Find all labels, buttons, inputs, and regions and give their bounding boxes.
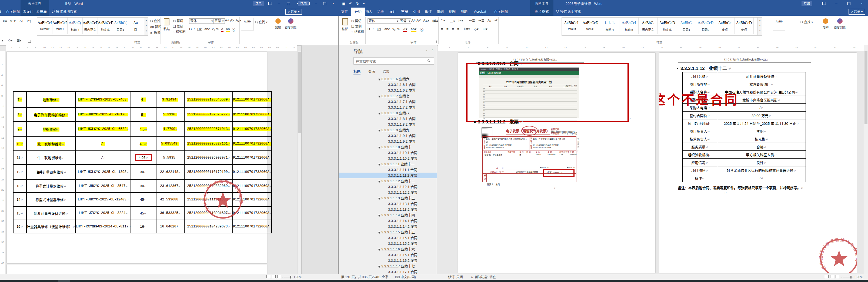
nav-item-3.3.3.1.1.14.2[interactable]: 3.3.3.1.1.14.2 发票 [339, 224, 437, 229]
page-indicator[interactable]: 第 191 页，共 336 页 [341, 274, 372, 280]
table-cell[interactable]: 签约合同价 [683, 112, 717, 119]
strikethrough-icon[interactable]: abc [384, 27, 390, 31]
nav-item-3.3.3.1.1.12.1[interactable]: 3.3.3.1.1.12.1 合同 [339, 184, 437, 190]
table-cell[interactable]: 油井计量设备维修 [717, 72, 806, 80]
left-vertical-ruler[interactable]: 246810121416182022242628303234363840 [0, 51, 6, 274]
font-dialog-launcher[interactable] [236, 40, 238, 43]
nav-item-3.3.3.1.1.11[interactable]: 3.3.3.1.1.11 业绩十一 [339, 161, 437, 167]
nav-item-3.3.3.1.1.11.1[interactable]: 3.3.3.1.1.11.1 合同 [339, 167, 437, 173]
align-left-icon[interactable]: ≡ [441, 27, 443, 31]
table-cell[interactable]: 30.00 万元 [717, 112, 806, 119]
tab-设计[interactable]: 设计 [389, 7, 396, 15]
nav-item-3.3.3.1.1.8[interactable]: 3.3.3.1.1.8 业绩八 [339, 110, 437, 116]
font-dialog-launcher[interactable] [434, 40, 437, 43]
font-size-combo[interactable]: 五号▾ [214, 19, 225, 24]
taskbar-active-app[interactable] [58, 280, 70, 282]
styles-mini-gallery[interactable]: AaBb [241, 18, 253, 31]
bullets-icon[interactable]: ∷▾ [441, 19, 445, 23]
table-cell[interactable]: 45 [131, 207, 156, 220]
right-minimize-button[interactable]: – [832, 0, 841, 7]
table-cell[interactable]: 项目描述 [683, 166, 717, 174]
table-cell[interactable]: 9 [13, 122, 27, 137]
table-cell[interactable]: 42.533688 [156, 193, 184, 207]
cut-button[interactable]: ✄ 剪切 [173, 19, 183, 23]
table-cell[interactable]: 翻斗计量等设备维修 [27, 207, 75, 220]
nav-item-3.3.3.1.1.14.1[interactable]: 3.3.3.1.1.14.1 合同 [339, 218, 437, 224]
table-cell[interactable]: / [75, 151, 130, 164]
tab-插入[interactable]: 插入 [365, 7, 372, 15]
table-cell[interactable]: 4.95 [131, 151, 156, 164]
table-cell[interactable]: 5 [131, 107, 156, 122]
align-center-icon[interactable]: ≡ [446, 27, 448, 31]
table-cell[interactable]: 对各采油作业区运行的故障称重计量器维修 [717, 166, 806, 174]
show-marks-icon[interactable]: ↵¶ [27, 19, 31, 23]
table-cell[interactable]: 称重式计量器维修 [27, 179, 75, 193]
table-cell[interactable]: / [717, 174, 806, 182]
indent-icon[interactable]: ⇥≣ [2, 19, 7, 23]
table-cell[interactable]: 4.8 [131, 137, 156, 151]
nav-item-3.3.3.1.1.15.1[interactable]: 3.3.3.1.1.15.1 合同 [339, 235, 437, 241]
table-cell[interactable]: 组织验收机构 [683, 151, 717, 159]
nav-search-box[interactable]: 在文档中搜索 [353, 57, 434, 65]
table-cell[interactable]: 李明 [717, 127, 806, 135]
italic-icon[interactable]: I [372, 27, 373, 31]
nav-item-3.3.3.1.1.7.2[interactable]: 3.3.3.1.1.7.2 发票 [339, 104, 437, 110]
sort-icon[interactable]: A↓ [20, 19, 24, 23]
table-cell[interactable]: 10 [13, 137, 27, 151]
table-cell[interactable]: 龙一联地秤维修 [27, 137, 75, 151]
format-painter-button[interactable]: ⌁ 格式刷 [351, 29, 364, 34]
table-cell[interactable]: LHYT-HXLCYC-2025-CL-6532 [75, 122, 130, 137]
right-page-2[interactable]: 辽宁辽河兴东高新技术有限公司 3.3.3.1.1.12 业绩十二 项目名称油井计… [659, 53, 857, 273]
table-cell[interactable]: 5.095549 [156, 137, 184, 151]
left-minimize-button[interactable]: – [275, 0, 284, 7]
right-ribbon-options-icon[interactable] [819, 0, 829, 7]
table-cell[interactable]: 25212000000096003071 [184, 151, 233, 164]
tab-开始[interactable]: 开始 [351, 7, 365, 15]
mid-ribbon-options-icon[interactable] [303, 0, 312, 7]
table-cell[interactable]: LHYT-TZYKFGS-2025-CL-463 [75, 92, 130, 107]
cut-button[interactable]: ✄ 剪切 [351, 19, 361, 23]
nav-item-3.3.3.1.1.10.2[interactable]: 3.3.3.1.1.10.2 发票 [339, 156, 437, 161]
nav-item-3.3.3.1.1.16.2[interactable]: 3.3.3.1.1.16.2 发票 [339, 258, 437, 263]
table-cell[interactable]: 地衡维修 [27, 122, 75, 137]
sort-icon[interactable]: A↓ [488, 19, 492, 23]
table-cell[interactable]: 30 [131, 164, 156, 179]
table-cell[interactable]: 称重式计量器维修 [27, 193, 75, 207]
mid-restore-button[interactable] [320, 0, 329, 7]
replace-button[interactable]: ab 替换 [150, 24, 161, 29]
format-painter-button[interactable]: ⌁ 格式刷 [173, 29, 186, 34]
font-color-icon[interactable]: A [221, 27, 223, 32]
nav-item-3.3.3.1.1.13[interactable]: 3.3.3.1.1.13 业绩十三 [339, 195, 437, 201]
table-cell[interactable]: LHYT-HXLCYC-2025-CL-1398 [75, 164, 130, 179]
left-tab-table-design[interactable]: 表设计 [23, 7, 33, 15]
nav-item-3.3.3.1.1.13.2[interactable]: 3.3.3.1.1.13.2 发票 [339, 207, 437, 212]
styles-gallery-scroll[interactable]: ▴▾▾ [758, 17, 762, 36]
right-restore-button[interactable] [844, 0, 854, 7]
table-cell[interactable]: 22.622148 [156, 164, 184, 179]
change-case-icon[interactable]: Aa▾ [423, 19, 429, 23]
nav-item-3.3.3.1.1.17[interactable]: 3.3.3.1.1.17 业绩十七 [339, 263, 437, 269]
style-item-Default[interactable]: AaBbCcIDefault [37, 18, 53, 34]
right-zoom-thumb[interactable] [850, 276, 851, 279]
table-cell[interactable]: 91211100701732060A [233, 151, 272, 164]
table-cell[interactable]: 14 [13, 193, 27, 207]
table-cell[interactable]: LHYT-JHCYC-2025-CL-12403 [75, 193, 130, 207]
table-cell[interactable]: LHYT-RXYQKFGS-2024-CL-8117 [75, 220, 130, 233]
nav-item-3.3.3.1.1.10[interactable]: 3.3.3.1.1.10 业绩十 [339, 144, 437, 150]
left-page-2-sliver[interactable] [7, 264, 267, 274]
table-cell[interactable]: 25212000000095827161 [184, 137, 233, 151]
word-count[interactable]: 22481 个字 [372, 274, 388, 280]
tab-绘图[interactable]: 绘图 [377, 7, 384, 15]
increase-indent-icon[interactable]: ⇥≣ [478, 19, 484, 23]
table-cell[interactable]: 23.612367 [156, 179, 184, 193]
nav-item-3.3.3.1.1.9.2[interactable]: 3.3.3.1.1.9.2 发票 [339, 138, 437, 144]
table-cell[interactable]: 甲方相关科室人员 [717, 151, 806, 159]
encrypt-plugin-button[interactable]: 加密 [820, 19, 831, 30]
style-item-font41[interactable]: AaBbCcDdIfont41 [53, 18, 67, 34]
font-color-icon[interactable]: A▾ [403, 27, 407, 32]
find-dropdown-button[interactable]: 查找 ▾ [255, 20, 268, 24]
style-item-标题 5[interactable]: AaBbCcI标题 5 [619, 18, 639, 34]
strikethrough-icon[interactable]: abc [204, 27, 210, 31]
table-cell[interactable]: 15 [13, 207, 27, 220]
nav-item-3.3.3.1.1.13.1[interactable]: 3.3.3.1.1.13.1 合同 [339, 201, 437, 207]
